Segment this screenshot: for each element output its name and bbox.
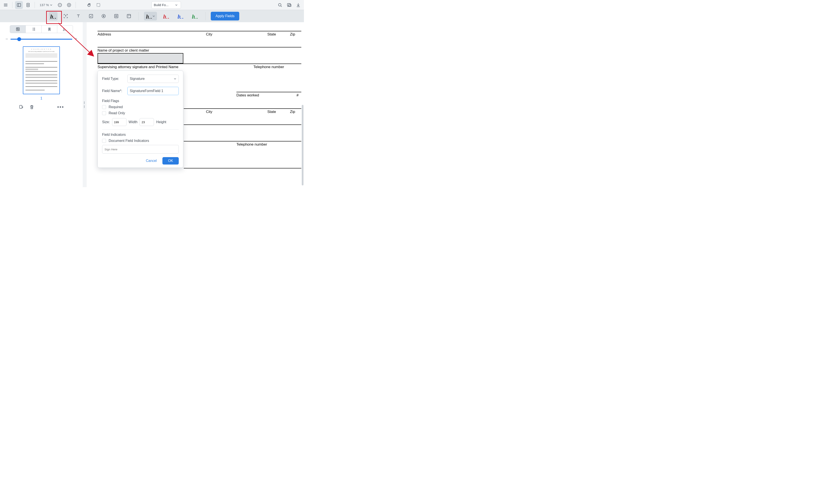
vertical-scrollbar[interactable] bbox=[301, 22, 304, 186]
width-input[interactable] bbox=[112, 118, 127, 126]
rotate-page-button[interactable] bbox=[19, 105, 23, 110]
label-and: and bbox=[149, 65, 155, 69]
delete-page-button[interactable] bbox=[30, 105, 34, 110]
label-field-flags: Field Flags bbox=[102, 99, 179, 103]
apply-fields-button[interactable]: Apply Fields bbox=[211, 12, 239, 20]
label-supervising-prefix: Supervising attorney signature bbox=[97, 65, 149, 69]
radio-field-tool[interactable] bbox=[99, 12, 108, 20]
outline-icon bbox=[31, 27, 36, 31]
svg-point-10 bbox=[103, 16, 104, 17]
minus-icon: − bbox=[5, 37, 9, 42]
bookmark-icon bbox=[47, 27, 51, 31]
svg-rect-8 bbox=[89, 14, 93, 18]
comments-button[interactable] bbox=[285, 1, 293, 9]
zoom-in-button[interactable] bbox=[65, 1, 73, 9]
signature-icon: h bbox=[146, 14, 152, 19]
marquee-tool-button[interactable] bbox=[94, 1, 102, 9]
ok-button[interactable]: OK bbox=[163, 157, 179, 164]
minus-circle-icon bbox=[57, 3, 62, 7]
label-width: Width bbox=[129, 120, 138, 124]
signer-blue-chip[interactable]: h bbox=[175, 12, 186, 20]
list-icon bbox=[114, 14, 119, 19]
text-tool[interactable] bbox=[74, 12, 83, 20]
cancel-button[interactable]: Cancel bbox=[143, 157, 159, 164]
svg-rect-15 bbox=[20, 105, 22, 109]
signature-field-tool[interactable]: h bbox=[49, 12, 57, 20]
thumbnail-page-number: 1 bbox=[40, 96, 42, 100]
chevron-down-icon bbox=[153, 15, 155, 17]
svg-point-2 bbox=[27, 4, 29, 5]
plus-icon: + bbox=[74, 37, 78, 42]
indicator-text-input[interactable] bbox=[102, 145, 179, 154]
label-size: Size: bbox=[102, 120, 110, 124]
tab-bookmarks[interactable] bbox=[42, 25, 57, 33]
combobox-icon bbox=[126, 14, 132, 19]
menu-button[interactable] bbox=[2, 1, 10, 9]
signature-icon: h bbox=[192, 14, 198, 19]
signature-icon: h bbox=[178, 14, 183, 19]
search-button[interactable] bbox=[276, 1, 284, 9]
zoom-out-button[interactable] bbox=[56, 1, 64, 9]
signature-form-field[interactable] bbox=[97, 53, 183, 63]
field-type-value: Signature bbox=[130, 77, 145, 81]
textfield-frame-tool[interactable] bbox=[61, 12, 70, 20]
page-icon bbox=[26, 3, 31, 7]
signer-red-chip[interactable]: h bbox=[161, 12, 171, 20]
splitter-handle[interactable] bbox=[83, 22, 87, 187]
label-zip: Zip bbox=[290, 110, 295, 114]
download-button[interactable] bbox=[294, 1, 302, 9]
combobox-field-tool[interactable] bbox=[125, 12, 133, 20]
label-telephone: Telephone number bbox=[236, 142, 267, 147]
label-state: State bbox=[267, 32, 276, 37]
tab-outline[interactable] bbox=[26, 25, 41, 33]
divider bbox=[12, 2, 13, 8]
hand-icon bbox=[87, 3, 92, 7]
scrollbar-thumb[interactable] bbox=[302, 105, 303, 186]
label-address: Address bbox=[97, 32, 111, 37]
hamburger-icon bbox=[3, 3, 8, 7]
checkbox-field-tool[interactable] bbox=[87, 12, 95, 20]
field-name-input[interactable] bbox=[127, 87, 179, 95]
zoom-select[interactable]: 137 % bbox=[37, 2, 55, 7]
page-mode-button[interactable] bbox=[24, 1, 32, 9]
tab-thumbnails[interactable] bbox=[10, 25, 26, 33]
more-thumbnail-actions[interactable]: ••• bbox=[57, 104, 64, 110]
label-readonly: Read Only bbox=[109, 111, 125, 115]
pan-tool-button[interactable] bbox=[86, 1, 93, 9]
label-project: Name of project or client matter bbox=[97, 48, 149, 53]
download-icon bbox=[296, 3, 301, 7]
signer-green-chip[interactable]: h bbox=[190, 12, 200, 20]
checkbox-readonly[interactable] bbox=[102, 111, 106, 115]
thumbnail-size-slider[interactable]: − + bbox=[5, 37, 78, 42]
chevron-down-icon bbox=[174, 77, 176, 80]
plus-circle-icon bbox=[66, 3, 71, 7]
toggle-panel-button[interactable] bbox=[15, 1, 23, 9]
slider-track[interactable] bbox=[11, 39, 72, 40]
workspace: h − + C H A R L E S T O N PRO BONO REQUI… bbox=[0, 22, 304, 187]
text-icon bbox=[76, 14, 81, 19]
checkbox-icon bbox=[89, 14, 94, 19]
signature-icon: h bbox=[63, 27, 67, 31]
label-doc-indicators: Document Field Indicators bbox=[109, 139, 149, 143]
marquee-icon bbox=[96, 3, 101, 7]
label-required: Required bbox=[109, 105, 123, 109]
field-type-select[interactable]: Signature bbox=[127, 75, 179, 83]
tab-signatures[interactable]: h bbox=[57, 25, 73, 33]
checkbox-doc-indicators[interactable] bbox=[102, 139, 106, 143]
label-city: City bbox=[206, 110, 212, 114]
label-zip: Zip bbox=[290, 32, 295, 37]
checkbox-required[interactable] bbox=[102, 105, 106, 109]
search-icon bbox=[278, 3, 282, 7]
mode-select[interactable]: Build Fo... bbox=[152, 1, 181, 9]
chevron-down-icon bbox=[175, 4, 178, 6]
divider bbox=[205, 12, 206, 20]
height-input[interactable] bbox=[139, 118, 154, 126]
label-printed-name: Printed Name bbox=[155, 65, 178, 69]
document-viewport[interactable]: Address City State Zip Name of project o… bbox=[87, 22, 304, 187]
listbox-field-tool[interactable] bbox=[112, 12, 120, 20]
signer-self-chip[interactable]: h bbox=[144, 12, 157, 20]
svg-point-5 bbox=[279, 3, 281, 6]
page-thumbnail[interactable]: C H A R L E S T O N PRO BONO REQUIREMENT… bbox=[23, 46, 60, 94]
signature-icon: h bbox=[50, 14, 56, 19]
main-toolbar: 137 % Build Fo... bbox=[0, 0, 304, 10]
